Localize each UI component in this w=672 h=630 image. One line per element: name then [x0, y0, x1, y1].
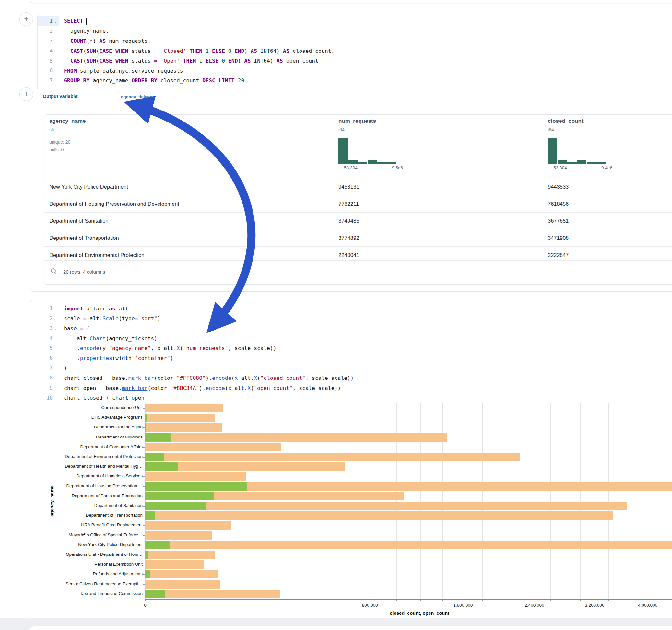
line-number: 3⌄ [38, 323, 59, 334]
histogram-bar [548, 138, 557, 164]
notebook-canvas: + + 1⌄SELECT2 agency_name,3 COUNT(*) AS … [0, 0, 672, 630]
code-line[interactable]: 4 CAST(SUM(CASE WHEN status = 'Closed' T… [38, 46, 672, 56]
code-line[interactable]: 9chart_open = base.mark_bar(color="#8BC3… [38, 383, 672, 393]
add-cell-button[interactable]: + [20, 12, 33, 26]
code-line[interactable]: 5 CAST(SUM(CASE WHEN status = 'Open' THE… [38, 56, 672, 66]
histogram-bar [377, 162, 387, 164]
line-number: 4 [38, 46, 59, 56]
output-variable-label: Output variable: [43, 94, 79, 99]
column-stat: unique: 20 [49, 139, 70, 145]
line-number: 4 [38, 334, 59, 343]
code-line[interactable]: 10chart_closed + chart_open [38, 393, 672, 403]
line-number: 1 [38, 304, 59, 314]
line-number: 9 [38, 383, 59, 393]
code-line[interactable]: 2scale = alt.Scale(type="sqrt") [38, 314, 672, 324]
code-line[interactable]: 1import altair as alt [38, 304, 672, 314]
histogram-bar [597, 162, 606, 164]
column-name[interactable]: num_requests [338, 118, 376, 124]
column-type: str [49, 127, 54, 132]
table-cell: 3749485 [338, 218, 359, 224]
code-line[interactable]: 1⌄SELECT [38, 16, 672, 26]
text-cursor [86, 18, 87, 25]
search-icon[interactable] [50, 268, 57, 275]
column-name[interactable]: closed_count [548, 118, 583, 124]
code-text: SELECT [59, 18, 87, 25]
line-number: 6 [38, 66, 59, 76]
line-number: 8 [38, 373, 59, 383]
code-text: CAST(SUM(CASE WHEN status = 'Open' THEN … [59, 58, 318, 64]
code-text: scale = alt.Scale(type="sqrt") [59, 315, 161, 321]
code-line[interactable]: 5 .encode(y="agency_name", x=alt.X("num_… [38, 343, 672, 353]
histogram-bar [348, 161, 358, 164]
line-number: 7 [38, 363, 59, 373]
code-text: COUNT(*) AS num_requests, [59, 38, 151, 44]
code-line[interactable]: 6 .properties(width="container") [38, 353, 672, 363]
table-row: Department of Transportation377489234719… [44, 229, 672, 246]
line-number: 2 [38, 26, 59, 36]
table-cell: Department of Transportation [49, 235, 119, 241]
code-line[interactable]: 6FROM sample_data.nyc.service_requests [38, 66, 672, 76]
code-text: chart_closed + chart_open [59, 395, 144, 401]
table-cell: 3471908 [548, 235, 569, 241]
fold-chevron-icon[interactable]: ⌄ [53, 19, 57, 23]
line-number: 10 [38, 393, 59, 403]
python-editor[interactable]: 1import altair as alt2scale = alt.Scale(… [30, 300, 672, 403]
table-cell: Department of Environmental Protection [49, 252, 144, 258]
table-cell: Department of Sanitation [49, 218, 109, 224]
column-type: i64 [338, 127, 344, 132]
table-cell: 3774892 [338, 235, 359, 241]
table-row: New York City Police Department945313194… [44, 178, 672, 195]
table-cell: Department of Housing Preservation and D… [49, 201, 179, 207]
column-stat: nulls: 0 [49, 147, 64, 152]
histogram-bar [358, 162, 367, 164]
python-cell: 1import altair as alt2scale = alt.Scale(… [30, 300, 672, 619]
code-text: alt.Chart(agency_tickets) [59, 335, 157, 342]
line-number: 7 [38, 76, 59, 86]
code-text: GROUP BY agency_name ORDER BY closed_cou… [59, 77, 244, 83]
code-line[interactable]: 7) [38, 363, 672, 373]
sql-editor[interactable]: 1⌄SELECT2 agency_name,3 COUNT(*) AS num_… [38, 13, 672, 86]
histogram-bar [587, 162, 596, 164]
code-line[interactable]: 4 alt.Chart(agency_tickets) [38, 334, 672, 343]
code-text: chart_closed = base.mark_bar(color="#FFC… [59, 375, 354, 381]
code-line[interactable]: 2 agency_name, [38, 26, 672, 36]
code-text: chart_open = base.mark_bar(color="#8BC34… [59, 385, 341, 391]
code-line[interactable]: 8chart_closed = base.mark_bar(color="#FF… [38, 373, 672, 383]
histogram-range-labels: 53,3049.4e6 [548, 165, 626, 171]
histogram-bar [577, 161, 586, 164]
table-cell: 2240041 [338, 252, 359, 258]
add-cell-button[interactable]: + [20, 88, 33, 101]
histogram-bar [387, 162, 397, 164]
column-histogram [338, 138, 398, 164]
output-variable-row: Output variable: agency_tickets [30, 89, 672, 105]
code-text: .encode(y="agency_name", x=alt.X("num_re… [59, 345, 277, 351]
output-variable-input[interactable]: agency_tickets [118, 92, 154, 101]
line-number: 3 [38, 36, 59, 46]
line-number: 5 [38, 343, 59, 353]
column-name[interactable]: agency_name [49, 118, 86, 124]
cell-output-divider [30, 406, 672, 406]
sql-output-card: Output variable: agency_tickets agency_n… [30, 89, 672, 292]
code-line[interactable]: 3⌄base = ( [38, 323, 672, 334]
code-text: import altair as alt [59, 306, 128, 312]
histogram-bar [338, 138, 348, 164]
line-number: 6 [38, 353, 59, 363]
table-body: New York City Police Department945313194… [44, 178, 672, 264]
fold-chevron-icon[interactable]: ⌄ [53, 326, 57, 331]
table-row: Department of Sanitation37494853677651 [44, 212, 672, 229]
previous-cell-edge [30, 0, 672, 3]
code-line[interactable]: 7GROUP BY agency_name ORDER BY closed_co… [38, 76, 672, 86]
histogram-range-labels: 53,3049.5e6 [338, 165, 416, 171]
table-cell: 7782211 [338, 201, 359, 207]
next-cell-edge [30, 626, 672, 630]
histogram-bar [368, 161, 377, 164]
column-type: i64 [548, 127, 554, 132]
code-text: agency_name, [59, 28, 109, 34]
table-cell: 3677651 [548, 218, 569, 224]
line-number: 5 [38, 56, 59, 66]
table-cell: 2222847 [548, 252, 569, 258]
code-line[interactable]: 3 COUNT(*) AS num_requests, [38, 36, 672, 46]
line-number: 2 [38, 314, 59, 324]
table-row: Department of Housing Preservation and D… [44, 195, 672, 212]
column-histogram [548, 138, 607, 164]
